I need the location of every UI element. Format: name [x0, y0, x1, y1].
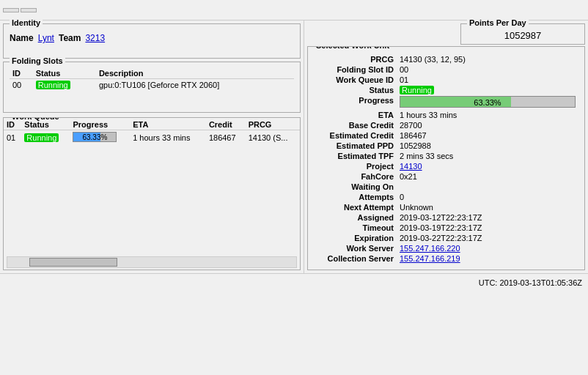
swu-row-base-credit: Base Credit 28700 — [314, 120, 578, 130]
table-row: 00 Running gpu:0:TU106 [Geforce RTX 2060… — [10, 79, 294, 92]
swu-est-tpf-value: 2 mins 33 secs — [397, 151, 578, 161]
swu-expiration-label: Expiration — [314, 233, 397, 243]
collection-server-link[interactable]: 155.247.166.219 — [400, 254, 460, 263]
swu-project-value: 14130 — [397, 161, 578, 171]
swu-row-est-ppd: Estimated PPD 1052988 — [314, 141, 578, 151]
work-queue-table: ID Status Progress ETA Credit PRCG 01 Ru… — [4, 119, 300, 145]
swu-row-est-credit: Estimated Credit 186467 — [314, 130, 578, 141]
selected-work-unit-section: Selected Work Unit PRCG 14130 (33, 12, 9… — [307, 46, 585, 270]
ppd-value: 1052987 — [467, 30, 578, 41]
tab-2[interactable] — [21, 8, 37, 12]
swu-row-prcg: PRCG 14130 (33, 12, 95) — [314, 54, 578, 64]
swu-progress-label: Progress — [314, 95, 397, 110]
utc-time: UTC: 2019-03-13T01:05:36Z — [479, 278, 582, 287]
swu-progress-bar: 63.33% — [400, 96, 576, 108]
wq-col-prcg: PRCG — [246, 119, 300, 130]
swu-project-label: Project — [314, 161, 397, 171]
swu-status-value: Running — [397, 85, 578, 95]
swu-status-badge: Running — [400, 86, 434, 94]
wq-status: Running — [21, 130, 70, 146]
swu-progress-text: 63.33% — [400, 97, 575, 108]
slot-description: gpu:0:TU106 [Geforce RTX 2060] — [96, 79, 294, 92]
swu-base-credit-label: Base Credit — [314, 120, 397, 130]
swu-folding-slot-value: 00 — [397, 64, 578, 75]
swu-est-ppd-value: 1052988 — [397, 141, 578, 151]
swu-row-status: Status Running — [314, 85, 578, 95]
slot-id: 00 — [10, 79, 33, 92]
horizontal-scrollbar[interactable] — [7, 256, 297, 268]
wq-id: 01 — [4, 130, 21, 146]
wq-credit: 186467 — [206, 130, 246, 146]
swu-progress-value: 63.33% — [397, 95, 578, 110]
swu-prcg-label: PRCG — [314, 54, 397, 64]
identity-section-label: Identity — [10, 18, 43, 27]
swu-est-ppd-label: Estimated PPD — [314, 141, 397, 151]
swu-row-assigned: Assigned 2019-03-12T22:23:17Z — [314, 212, 578, 223]
swu-est-credit-value: 186467 — [397, 130, 578, 141]
col-id: ID — [10, 68, 33, 79]
swu-waiting-on-value — [397, 182, 578, 192]
swu-attempts-label: Attempts — [314, 192, 397, 202]
swu-work-queue-value: 01 — [397, 75, 578, 85]
tab-1[interactable] — [3, 8, 19, 12]
wq-col-credit: Credit — [206, 119, 246, 130]
wq-eta: 1 hours 33 mins — [130, 130, 206, 146]
swu-work-server-label: Work Server — [314, 243, 397, 253]
swu-row-work-queue: Work Queue ID 01 — [314, 75, 578, 85]
swu-work-server-value: 155.247.166.220 — [397, 243, 578, 253]
swu-row-progress: Progress 63.33% — [314, 95, 578, 110]
project-link[interactable]: 14130 — [400, 162, 422, 171]
swu-work-queue-label: Work Queue ID — [314, 75, 397, 85]
team-value[interactable]: 3213 — [85, 33, 105, 43]
ppd-label: Points Per Day — [467, 18, 529, 27]
swu-next-attempt-label: Next Attempt — [314, 202, 397, 212]
swu-timeout-value: 2019-03-19T22:23:17Z — [397, 223, 578, 233]
wq-progress-text: 63.33% — [73, 133, 116, 143]
swu-row-project: Project 14130 — [314, 161, 578, 171]
table-row: 01 Running 63.33% 1 hours 33 mins 186467… — [4, 130, 300, 146]
work-server-link[interactable]: 155.247.166.220 — [400, 244, 460, 253]
swu-attempts-value: 0 — [397, 192, 578, 202]
swu-row-eta: ETA 1 hours 33 mins — [314, 110, 578, 120]
swu-row-folding-slot: Folding Slot ID 00 — [314, 64, 578, 75]
folding-slots-label: Folding Slots — [10, 56, 65, 65]
swu-row-collection-server: Collection Server 155.247.166.219 — [314, 253, 578, 264]
work-queue-section: Work Queue ID Status Progress ETA Credit… — [3, 117, 301, 270]
swu-collection-server-label: Collection Server — [314, 253, 397, 264]
swu-prcg-value: 14130 (33, 12, 95) — [397, 54, 578, 64]
wq-col-status: Status — [21, 119, 70, 130]
swu-eta-label: ETA — [314, 110, 397, 120]
scrollbar-thumb[interactable] — [29, 258, 117, 267]
swu-row-timeout: Timeout 2019-03-19T22:23:17Z — [314, 223, 578, 233]
swu-next-attempt-value: Unknown — [397, 202, 578, 212]
swu-row-work-server: Work Server 155.247.166.220 — [314, 243, 578, 253]
name-label: Name — [10, 33, 34, 43]
team-label: Team — [59, 33, 81, 43]
swu-row-next-attempt: Next Attempt Unknown — [314, 202, 578, 212]
col-status: Status — [33, 68, 96, 79]
swu-row-fahcore: FahCore 0x21 — [314, 171, 578, 182]
swu-row-est-tpf: Estimated TPF 2 mins 33 secs — [314, 151, 578, 161]
wq-status-badge: Running — [24, 133, 59, 142]
status-badge: Running — [36, 81, 70, 89]
name-value[interactable]: Lynt — [38, 33, 54, 43]
swu-collection-server-value: 155.247.166.219 — [397, 253, 578, 264]
slot-status: Running — [33, 79, 96, 92]
swu-row-attempts: Attempts 0 — [314, 192, 578, 202]
wq-col-eta: ETA — [130, 119, 206, 130]
swu-status-label: Status — [314, 85, 397, 95]
swu-est-tpf-label: Estimated TPF — [314, 151, 397, 161]
swu-table: PRCG 14130 (33, 12, 95) Folding Slot ID … — [314, 54, 578, 264]
swu-row-waiting-on: Waiting On — [314, 182, 578, 192]
swu-eta-value: 1 hours 33 mins — [397, 110, 578, 120]
swu-base-credit-value: 28700 — [397, 120, 578, 130]
swu-fahcore-label: FahCore — [314, 171, 397, 182]
swu-row-expiration: Expiration 2019-03-22T22:23:17Z — [314, 233, 578, 243]
wq-progress-bar: 63.33% — [73, 132, 117, 142]
swu-timeout-label: Timeout — [314, 223, 397, 233]
work-queue-label: Work Queue — [10, 117, 62, 121]
swu-waiting-on-label: Waiting On — [314, 182, 397, 192]
wq-col-id: ID — [4, 119, 21, 130]
wq-prcg: 14130 (S... — [246, 130, 300, 146]
wq-progress: 63.33% — [70, 130, 130, 146]
